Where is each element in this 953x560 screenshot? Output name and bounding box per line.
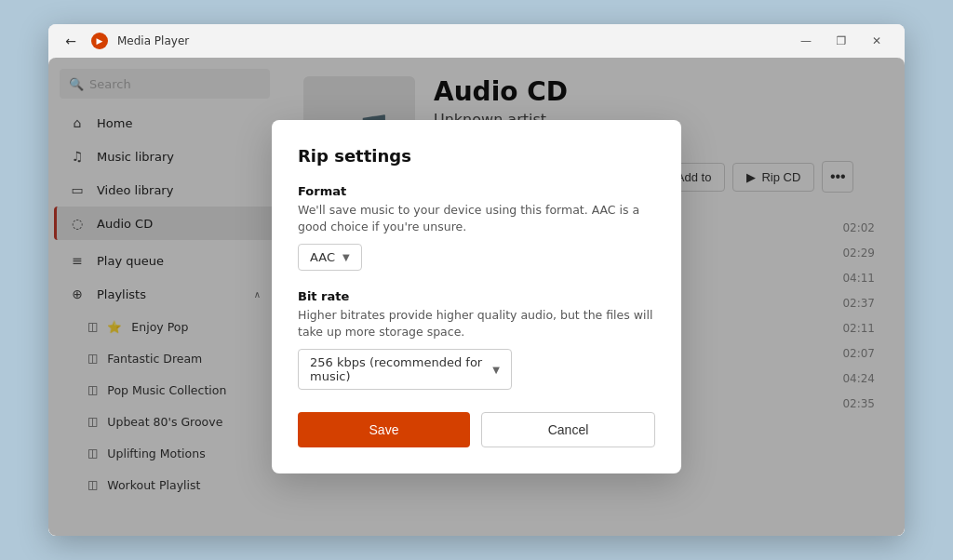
format-label: Format xyxy=(298,184,655,198)
app-title: Media Player xyxy=(117,34,189,47)
bitrate-desc: Higher bitrates provide higher quality a… xyxy=(298,307,655,340)
modal-actions: Save Cancel xyxy=(298,412,655,447)
cancel-button[interactable]: Cancel xyxy=(481,412,655,447)
app-icon: ▶ xyxy=(91,33,108,49)
rip-settings-modal: Rip settings Format We'll save music to … xyxy=(272,120,681,473)
maximize-button[interactable]: ❐ xyxy=(825,26,858,56)
close-button[interactable]: ✕ xyxy=(860,26,893,56)
minimize-button[interactable]: — xyxy=(789,26,823,56)
bitrate-dropdown-arrow: ▼ xyxy=(492,365,500,375)
titlebar: ← ▶ Media Player — ❐ ✕ xyxy=(48,24,905,58)
window-controls: — ❐ ✕ xyxy=(789,26,893,56)
save-button[interactable]: Save xyxy=(298,412,470,447)
bitrate-label: Bit rate xyxy=(298,289,655,303)
modal-overlay: Rip settings Format We'll save music to … xyxy=(48,58,905,536)
back-button[interactable]: ← xyxy=(60,30,82,52)
format-select[interactable]: AAC ▼ xyxy=(298,244,362,271)
format-desc: We'll save music to your device using th… xyxy=(298,202,655,234)
bitrate-select[interactable]: 256 kbps (recommended for music) ▼ xyxy=(298,349,512,390)
format-value: AAC xyxy=(310,250,335,264)
modal-title: Rip settings xyxy=(298,146,655,166)
format-dropdown-arrow: ▼ xyxy=(342,252,350,262)
bitrate-value: 256 kbps (recommended for music) xyxy=(310,355,485,383)
